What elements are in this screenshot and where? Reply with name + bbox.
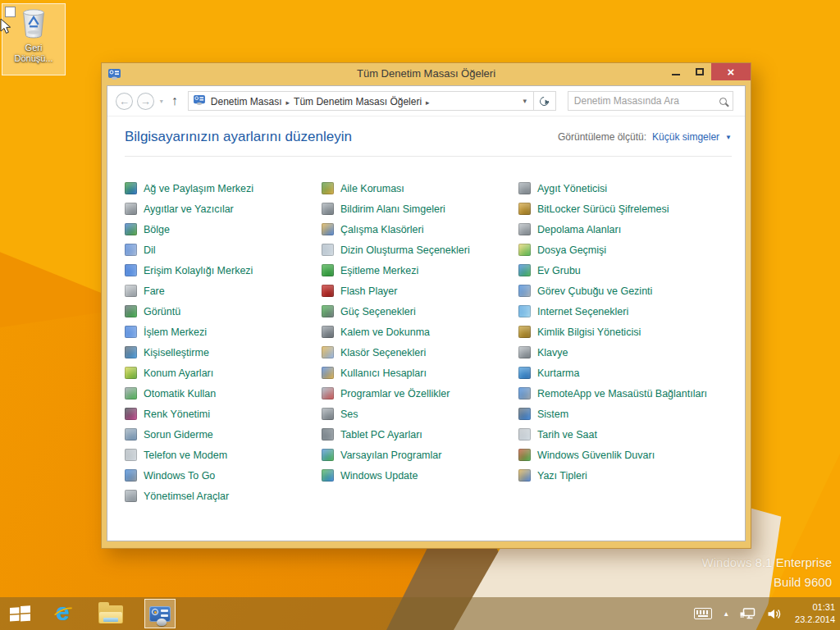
autoplay-icon — [125, 387, 137, 399]
view-by-control: Görüntüleme ölçütü: Küçük simgeler ▼ — [558, 131, 732, 143]
minimize-button[interactable] — [664, 63, 688, 80]
maximize-icon — [696, 68, 704, 75]
control-panel-icon — [149, 606, 171, 622]
control-panel-item[interactable]: Kullanıcı Hesapları — [322, 363, 518, 383]
control-panel-item[interactable]: Kalem ve Dokunma — [322, 322, 518, 342]
control-panel-item[interactable]: Telefon ve Modem — [125, 445, 322, 465]
control-panel-item[interactable]: Ses — [322, 404, 518, 424]
show-hidden-icons-chevron[interactable]: ▲ — [723, 610, 729, 618]
items-grid: Ağ ve Paylaşım MerkeziAygıtlar ve Yazıcı… — [125, 178, 732, 506]
forward-button[interactable]: → — [137, 93, 154, 110]
location-settings-icon — [125, 367, 137, 379]
search-input[interactable] — [574, 95, 714, 107]
control-panel-item[interactable]: Sorun Giderme — [125, 424, 322, 445]
control-panel-item[interactable]: BitLocker Sürücü Şifrelemesi — [518, 199, 732, 219]
control-panel-item[interactable]: Yazı Tipleri — [518, 465, 732, 486]
control-panel-item[interactable]: Fare — [125, 281, 322, 301]
recent-pages-dropdown[interactable]: ▾ — [160, 98, 163, 105]
taskbar-navigation-icon — [518, 285, 531, 297]
control-panel-item-label: Konum Ayarları — [144, 368, 213, 379]
control-panel-item[interactable]: Sistem — [518, 404, 732, 424]
control-panel-item[interactable]: Konum Ayarları — [125, 363, 322, 383]
control-panel-item-label: Ses — [340, 409, 358, 420]
control-panel-item[interactable]: Güç Seçenekleri — [322, 301, 518, 322]
control-panel-taskbar-button[interactable] — [144, 599, 176, 628]
control-panel-item[interactable]: Ağ ve Paylaşım Merkezi — [125, 178, 322, 199]
control-panel-item[interactable]: Renk Yönetimi — [125, 404, 322, 424]
view-by-dropdown-icon[interactable]: ▼ — [725, 134, 732, 141]
breadcrumb-item[interactable]: Tüm Denetim Masası Öğeleri — [291, 96, 424, 107]
control-panel-item[interactable]: Görev Çubuğu ve Gezinti — [518, 281, 732, 301]
control-panel-item[interactable]: Windows To Go — [125, 465, 322, 486]
refresh-button[interactable] — [534, 91, 556, 111]
control-panel-item[interactable]: Görüntü — [125, 301, 322, 322]
control-panel-item[interactable]: Windows Güvenlik Duvarı — [518, 445, 732, 465]
control-panel-item[interactable]: Aile Koruması — [322, 178, 518, 199]
network-icon[interactable] — [740, 608, 756, 620]
control-panel-item[interactable]: Klasör Seçenekleri — [322, 342, 518, 363]
control-panel-item[interactable]: Dosya Geçmişi — [518, 240, 732, 260]
title-bar[interactable]: Tüm Denetim Masası Öğeleri × — [102, 63, 751, 85]
control-panel-item-label: Ev Grubu — [537, 265, 581, 276]
control-panel-item[interactable]: Depolama Alanları — [518, 219, 732, 240]
selection-checkbox[interactable] — [5, 7, 16, 17]
start-button[interactable] — [10, 605, 31, 622]
system-icon — [518, 408, 531, 420]
address-control-panel-icon — [194, 94, 205, 108]
taskbar-clock[interactable]: 01:31 23.2.2014 — [795, 601, 835, 626]
maximize-button[interactable] — [688, 63, 711, 80]
control-panel-item[interactable]: Varsayılan Programlar — [322, 445, 518, 465]
up-button[interactable]: ↑ — [171, 94, 178, 108]
control-panel-item[interactable]: Dizin Oluşturma Seçenekleri — [322, 240, 518, 260]
control-panel-item-label: Flash Player — [340, 285, 397, 297]
windows-update-icon — [322, 469, 334, 482]
control-panel-item[interactable]: Eşitleme Merkezi — [322, 260, 518, 281]
internet-explorer-button[interactable]: e — [52, 601, 77, 626]
breadcrumb-item[interactable]: Denetim Masası — [208, 96, 285, 107]
notification-area-icons-icon — [322, 203, 334, 215]
recovery-icon — [518, 367, 531, 379]
control-panel-item-label: Görev Çubuğu ve Gezinti — [537, 285, 652, 297]
control-panel-item[interactable]: Programlar ve Özellikler — [322, 383, 518, 404]
display-icon — [125, 305, 137, 317]
control-panel-item[interactable]: Windows Update — [322, 465, 518, 486]
control-panel-item[interactable]: Bölge — [125, 219, 322, 240]
control-panel-item[interactable]: Çalışma Klasörleri — [322, 219, 518, 240]
control-panel-item[interactable]: Kurtarma — [518, 363, 732, 383]
control-panel-item[interactable]: Aygıt Yöneticisi — [518, 178, 732, 199]
breadcrumb-arrow-icon[interactable]: ▸ — [285, 98, 292, 107]
control-panel-item[interactable]: Yönetimsel Araçlar — [125, 486, 322, 506]
recycle-bin-desktop-icon[interactable]: Geri Dönüşü... — [2, 3, 66, 75]
control-panel-item[interactable]: Flash Player — [322, 281, 518, 301]
control-panel-item[interactable]: Bildirim Alanı Simgeleri — [322, 199, 518, 219]
taskbar: e ▲ — [0, 597, 840, 630]
family-safety-icon — [322, 182, 334, 194]
file-explorer-button[interactable] — [98, 604, 123, 623]
view-by-value[interactable]: Küçük simgeler — [652, 131, 719, 143]
control-panel-item-label: Erişim Kolaylığı Merkezi — [144, 265, 253, 276]
volume-icon[interactable] — [767, 608, 782, 620]
control-panel-item[interactable]: Kişiselleştirme — [125, 342, 322, 363]
address-bar[interactable]: Denetim Masası▸Tüm Denetim Masası Öğeler… — [188, 91, 534, 111]
touch-keyboard-icon[interactable] — [694, 608, 712, 619]
control-panel-item[interactable]: Internet Seçenekleri — [518, 301, 732, 322]
control-panel-item[interactable]: Kimlik Bilgisi Yöneticisi — [518, 322, 732, 342]
control-panel-item[interactable]: Ev Grubu — [518, 260, 732, 281]
recycle-bin-label: Geri Dönüşü... — [2, 43, 65, 64]
control-panel-item[interactable]: Aygıtlar ve Yazıcılar — [125, 199, 322, 219]
close-button[interactable]: × — [711, 63, 751, 80]
control-panel-item[interactable]: Otomatik Kullan — [125, 383, 322, 404]
control-panel-item[interactable]: Klavye — [518, 342, 732, 363]
control-panel-item[interactable]: RemoteApp ve Masaüstü Bağlantıları — [518, 383, 732, 404]
control-panel-item[interactable]: Dil — [125, 240, 322, 260]
system-tray: ▲ 01:31 23.2.2014 — [694, 601, 840, 626]
control-panel-item-label: Klavye — [537, 347, 568, 358]
control-panel-item[interactable]: Tarih ve Saat — [518, 424, 732, 445]
address-dropdown-chevron-icon[interactable]: ▾ — [523, 97, 527, 105]
control-panel-item[interactable]: Erişim Kolaylığı Merkezi — [125, 260, 322, 281]
control-panel-item[interactable]: Tablet PC Ayarları — [322, 424, 518, 445]
control-panel-item[interactable]: İşlem Merkezi — [125, 322, 322, 342]
breadcrumb-arrow-icon[interactable]: ▸ — [424, 98, 431, 107]
back-button[interactable]: ← — [116, 93, 133, 110]
search-box[interactable] — [568, 91, 733, 111]
